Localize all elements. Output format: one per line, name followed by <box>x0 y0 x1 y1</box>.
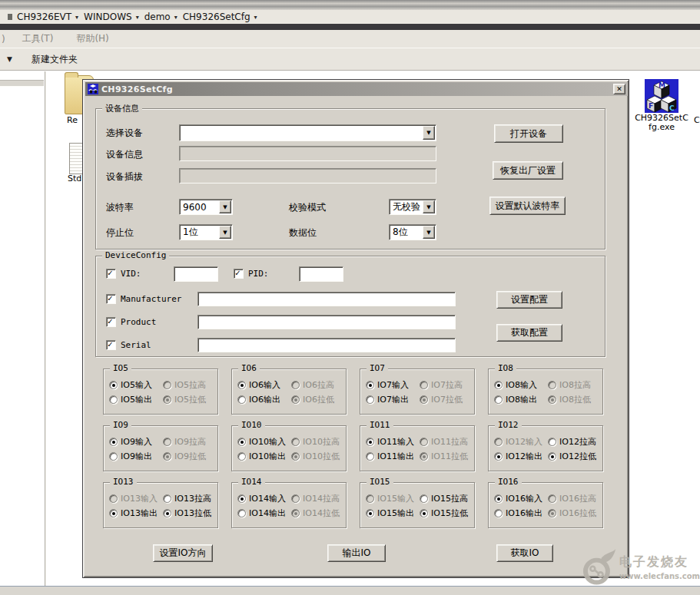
radio-IO14-option-0[interactable]: IO14输入 <box>237 493 286 504</box>
dialog-titlebar[interactable]: CH9326SetCfg ✕ <box>85 82 628 96</box>
breadcrumb-item[interactable]: demo <box>144 12 171 22</box>
radio-IO11-option-2[interactable]: IO11输出 <box>366 451 414 462</box>
pid-label: PID: <box>248 269 269 279</box>
serial-checkbox[interactable]: ✓ Serial <box>106 340 151 350</box>
pid-input[interactable] <box>299 266 343 282</box>
serial-input[interactable] <box>197 338 456 352</box>
factory-reset-button[interactable]: 恢复出厂设置 <box>493 161 563 180</box>
close-icon[interactable]: ✕ <box>613 84 625 94</box>
menu-tools[interactable]: 工具(T) <box>22 32 54 45</box>
radio-IO14-option-2[interactable]: IO14输出 <box>237 507 286 519</box>
radio-IO10-option-0[interactable]: IO10输入 <box>237 436 286 448</box>
vid-input[interactable] <box>174 266 218 282</box>
chevron-down-icon[interactable]: ▼ <box>7 55 12 63</box>
radio-icon <box>548 494 556 503</box>
checkbox-icon: ✓ <box>106 317 116 327</box>
chevron-down-icon[interactable]: ▼ <box>423 126 435 140</box>
radio-icon <box>548 509 556 517</box>
radio-IO9-option-0[interactable]: IO9输入 <box>109 436 152 448</box>
device-info-label: 设备信息 <box>106 148 143 161</box>
io-group-IO10: IO10IO10输入IO10拉高IO10输出IO10拉低 <box>231 425 347 471</box>
radio-IO8-option-1: IO8拉高 <box>548 379 591 391</box>
radio-IO15-option-3[interactable]: IO15拉低 <box>420 507 468 519</box>
radio-IO9-option-2[interactable]: IO9输出 <box>109 451 152 462</box>
radio-icon <box>494 509 503 517</box>
baud-rate-label: 波特率 <box>106 201 134 214</box>
radio-label: IO5拉高 <box>174 379 206 391</box>
select-device-combobox[interactable]: ▼ <box>179 124 436 141</box>
default-baud-button[interactable]: 设置默认波特率 <box>489 197 566 215</box>
parity-mode-combobox[interactable]: 无校验 ▼ <box>389 199 436 215</box>
radio-IO13-option-2[interactable]: IO13输出 <box>109 507 158 519</box>
set-config-button[interactable]: 设置配置 <box>496 291 562 309</box>
breadcrumb-item[interactable]: WINDOWS <box>84 12 132 22</box>
io-group-label: IO13 <box>110 477 137 487</box>
radio-IO12-option-3[interactable]: IO12拉低 <box>548 451 596 462</box>
radio-icon <box>237 381 246 389</box>
radio-IO5-option-0[interactable]: IO5输入 <box>109 379 152 391</box>
chevron-down-icon[interactable]: ▼ <box>219 226 231 239</box>
radio-IO7-option-2[interactable]: IO7输出 <box>366 394 409 405</box>
radio-IO11-option-0[interactable]: IO11输入 <box>366 436 414 448</box>
radio-IO5-option-2[interactable]: IO5输出 <box>109 394 152 405</box>
watermark: 电子发烧友 www.elecfans.com <box>581 542 700 593</box>
get-io-button[interactable]: 获取IO <box>496 544 553 562</box>
set-io-direction-button[interactable]: 设置IO方向 <box>153 544 213 562</box>
baud-rate-combobox[interactable]: 9600 ▼ <box>179 199 233 215</box>
svg-text:F: F <box>649 102 653 110</box>
radio-IO13-option-1[interactable]: IO13拉高 <box>163 493 211 504</box>
manufacturer-checkbox[interactable]: ✓ Manufacturer <box>106 294 181 304</box>
radio-icon <box>366 438 374 446</box>
file-label[interactable]: Std <box>68 174 81 183</box>
get-config-button[interactable]: 获取配置 <box>496 324 562 342</box>
radio-IO15-option-2[interactable]: IO15输出 <box>366 507 414 519</box>
data-bits-combobox[interactable]: 8位 ▼ <box>389 224 436 240</box>
radio-IO12-option-1[interactable]: IO12拉高 <box>548 436 596 448</box>
stop-bits-combobox[interactable]: 1位 ▼ <box>179 224 233 240</box>
radio-IO13-option-3[interactable]: IO13拉低 <box>163 507 211 519</box>
radio-icon <box>109 438 118 446</box>
chevron-down-icon[interactable]: ▾ <box>136 14 139 21</box>
chevron-down-icon[interactable]: ▾ <box>254 14 257 21</box>
breadcrumb-item[interactable]: CH9326SetCfg <box>183 12 250 22</box>
breadcrumb-item[interactable]: CH9326EVT <box>17 12 71 22</box>
radio-IO8-option-2[interactable]: IO8输出 <box>494 394 537 405</box>
chevron-down-icon[interactable]: ▼ <box>219 200 231 213</box>
radio-IO7-option-3: IO7拉低 <box>420 394 463 405</box>
chevron-down-icon[interactable]: ▾ <box>174 14 177 21</box>
radio-IO6-option-2[interactable]: IO6输出 <box>237 394 280 405</box>
radio-IO11-option-1: IO11拉高 <box>420 436 468 448</box>
radio-icon <box>109 509 118 517</box>
io-group-IO5: IO5IO5输入IO5拉高IO5输出IO5拉低 <box>103 369 218 415</box>
radio-label: IO9拉高 <box>174 436 206 448</box>
radio-icon <box>420 381 428 389</box>
product-checkbox[interactable]: ✓ Product <box>106 317 156 327</box>
chevron-down-icon[interactable]: ▾ <box>75 14 78 21</box>
new-folder-button[interactable]: 新建文件夹 <box>32 53 78 66</box>
chevron-down-icon[interactable]: ▼ <box>423 200 435 213</box>
radio-IO8-option-0[interactable]: IO8输入 <box>494 379 537 391</box>
vid-checkbox[interactable]: ✓ VID: <box>106 269 141 279</box>
pid-checkbox[interactable]: ✓ PID: <box>234 269 269 279</box>
open-device-button[interactable]: 打开设备 <box>494 124 563 143</box>
radio-IO15-option-1[interactable]: IO15拉高 <box>420 493 468 504</box>
radio-IO6-option-0[interactable]: IO6输入 <box>237 379 280 391</box>
vid-label: VID: <box>121 269 141 279</box>
device-plug-field <box>179 168 436 183</box>
chevron-down-icon[interactable]: ▼ <box>423 226 435 239</box>
combobox-value: 无校验 <box>390 200 422 213</box>
menu-help[interactable]: 帮助(H) <box>76 32 108 45</box>
checkbox-icon: ✓ <box>234 269 244 279</box>
exe-file-icon[interactable]: M F C CH9326SetC fg.exe <box>637 78 686 140</box>
manufacturer-input[interactable] <box>197 292 456 306</box>
radio-IO12-option-2[interactable]: IO12输出 <box>494 451 542 462</box>
radio-IO7-option-0[interactable]: IO7输入 <box>366 379 409 391</box>
radio-IO10-option-2[interactable]: IO10输出 <box>237 451 286 462</box>
file-label[interactable]: Re <box>67 115 78 125</box>
pane-divider[interactable] <box>45 71 46 586</box>
product-input[interactable] <box>197 315 456 329</box>
radio-IO16-option-2[interactable]: IO16输出 <box>494 507 542 519</box>
output-io-button[interactable]: 输出IO <box>327 544 386 562</box>
radio-IO16-option-0[interactable]: IO16输入 <box>494 493 542 504</box>
radio-label: IO13拉高 <box>174 493 211 504</box>
